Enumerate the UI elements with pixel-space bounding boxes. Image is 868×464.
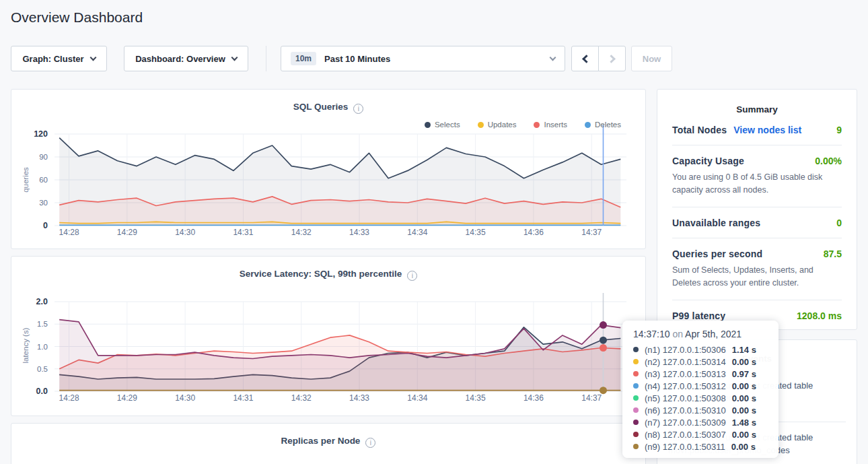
- summary-metric-value: 9: [836, 125, 842, 135]
- x-tick-label: 14:31: [233, 228, 253, 237]
- node-latency-value: 0.00 s: [732, 357, 756, 367]
- graph-dropdown[interactable]: Graph: Cluster: [11, 46, 107, 71]
- node-address: (n7) 127.0.0.1:50309: [645, 418, 726, 428]
- legend-dot: [534, 122, 540, 128]
- summary-metric-value: 87.5: [824, 248, 842, 259]
- summary-metric-description: You are using 0 B of 4.5 GiB usable disk…: [672, 171, 842, 197]
- y-tick-label: 120: [34, 129, 48, 139]
- series-color-dot: [633, 359, 639, 364]
- legend-item-updates[interactable]: Updates: [478, 121, 517, 129]
- y-tick-label: 30: [39, 199, 48, 207]
- summary-metric-value: 0.00%: [815, 156, 842, 166]
- now-button[interactable]: Now: [631, 46, 672, 71]
- node-latency-value: 0.00 s: [732, 405, 756, 416]
- summary-heading: Summary: [672, 100, 842, 114]
- legend-label: Updates: [488, 121, 517, 129]
- tooltip-date: Apr 5th, 2021: [685, 329, 742, 339]
- sql-queries-title: SQL Queriesi: [11, 102, 645, 114]
- chart-title-text: Replicas per Node: [281, 436, 361, 446]
- legend-item-deletes[interactable]: Deletes: [585, 121, 621, 129]
- time-next-button[interactable]: [598, 46, 626, 71]
- legend-label: Inserts: [544, 121, 567, 129]
- tooltip-connector: on: [672, 329, 683, 339]
- summary-row: Queries per second87.5Sum of Selects, Up…: [672, 238, 842, 300]
- tooltip-timestamp: 14:37:10 on Apr 5th, 2021: [633, 329, 769, 339]
- time-prev-button[interactable]: [571, 46, 599, 71]
- tooltip-time: 14:37:10: [633, 329, 670, 339]
- tooltip-rows: (n1) 127.0.0.1:503061.14 s(n2) 127.0.0.1…: [633, 343, 769, 453]
- series-color-dot: [633, 383, 639, 389]
- series-color-dot: [633, 395, 639, 401]
- x-tick-label: 14:29: [117, 228, 137, 237]
- y-tick-label: 2.0: [36, 297, 48, 306]
- info-icon[interactable]: i: [407, 271, 417, 281]
- x-tick-label: 14:32: [291, 393, 312, 403]
- view-nodes-list-link[interactable]: View nodes list: [733, 125, 801, 135]
- x-tick-label: 14:28: [59, 393, 79, 403]
- chevron-down-icon: [231, 54, 238, 61]
- node-address: (n2) 127.0.0.1:50314: [645, 357, 726, 367]
- x-tick-label: 14:36: [523, 393, 544, 403]
- y-tick-label: 60: [39, 176, 48, 184]
- hover-point-dot: [600, 337, 607, 344]
- series-color-dot: [633, 347, 639, 352]
- node-address: (n8) 127.0.0.1:50307: [645, 430, 726, 440]
- x-tick-label: 14:37: [581, 228, 602, 237]
- service-latency-card: Service Latency: SQL, 99th percentilei l…: [11, 256, 646, 416]
- summary-row: Unavailable ranges0: [672, 207, 842, 238]
- x-tick-label: 14:31: [233, 393, 253, 403]
- legend-dot: [478, 122, 484, 128]
- time-range-dropdown[interactable]: 10m Past 10 Minutes: [281, 46, 565, 71]
- series-color-dot: [633, 444, 639, 449]
- node-latency-value: 0.00 s: [731, 442, 756, 452]
- legend-item-inserts[interactable]: Inserts: [534, 121, 567, 129]
- x-tick-label: 14:35: [466, 393, 486, 403]
- tooltip-node-row: (n6) 127.0.0.1:503100.00 s: [633, 404, 769, 416]
- summary-metric-description: Sum of Selects, Updates, Inserts, and De…: [672, 264, 842, 290]
- page-title: Overview Dashboard: [11, 9, 143, 26]
- chart-legend: SelectsUpdatesInsertsDeletes: [425, 121, 621, 129]
- x-tick-label: 14:35: [466, 228, 486, 237]
- x-tick-label: 14:29: [117, 393, 137, 403]
- legend-label: Deletes: [595, 121, 621, 129]
- node-address: (n4) 127.0.0.1:50312: [645, 381, 726, 391]
- x-tick-label: 14:34: [407, 393, 427, 403]
- node-address: (n1) 127.0.0.1:50306: [645, 345, 726, 355]
- node-latency-value: 0.00 s: [732, 381, 756, 391]
- time-range-label: Past 10 Minutes: [324, 54, 390, 64]
- info-icon[interactable]: i: [365, 438, 375, 448]
- node-address: (n9) 127.0.0.1:50311: [645, 442, 725, 452]
- series-color-dot: [633, 371, 639, 376]
- chart-title-text: SQL Queries: [293, 102, 349, 112]
- summary-metric-label: Capacity Usage: [672, 156, 744, 166]
- legend-dot: [425, 122, 431, 128]
- legend-dot: [585, 122, 591, 128]
- info-icon[interactable]: i: [353, 104, 363, 114]
- dashboard-dropdown[interactable]: Dashboard: Overview: [124, 46, 248, 71]
- summary-metric-label: Unavailable ranges: [672, 218, 760, 228]
- node-address: (n5) 127.0.0.1:50308: [645, 393, 726, 403]
- controls-divider: [266, 46, 266, 71]
- tooltip-node-row: (n1) 127.0.0.1:503061.14 s: [633, 343, 769, 356]
- y-axis-label: latency (s): [22, 315, 30, 376]
- graph-dropdown-label: Graph: Cluster: [22, 54, 83, 64]
- tooltip-node-row: (n7) 127.0.0.1:503091.48 s: [633, 416, 769, 428]
- hover-point-dot: [600, 321, 607, 329]
- y-tick-label: 1.0: [37, 343, 48, 351]
- node-latency-value: 0.00 s: [732, 430, 756, 440]
- summary-row: Total NodesView nodes list9: [672, 114, 842, 145]
- summary-panel: Summary Total NodesView nodes list9Capac…: [657, 89, 857, 330]
- replicas-per-node-card: Replicas per Nodei: [11, 423, 646, 464]
- tooltip-node-row: (n5) 127.0.0.1:503080.00 s: [633, 392, 769, 404]
- tooltip-node-row: (n4) 127.0.0.1:503120.00 s: [633, 380, 769, 392]
- tooltip-node-row: (n9) 127.0.0.1:503110.00 s: [633, 440, 769, 453]
- node-address: (n3) 127.0.0.1:50313: [645, 369, 726, 379]
- tooltip-node-row: (n8) 127.0.0.1:503070.00 s: [633, 428, 769, 440]
- replicas-title: Replicas per Nodei: [11, 436, 645, 448]
- x-tick-label: 14:34: [407, 228, 427, 237]
- summary-metric-label: Total Nodes: [672, 125, 727, 135]
- chart-hover-tooltip: 14:37:10 on Apr 5th, 2021 (n1) 127.0.0.1…: [622, 321, 779, 458]
- series-color-dot: [633, 432, 639, 437]
- legend-item-selects[interactable]: Selects: [425, 121, 460, 129]
- summary-metric-label: P99 latency: [672, 310, 725, 321]
